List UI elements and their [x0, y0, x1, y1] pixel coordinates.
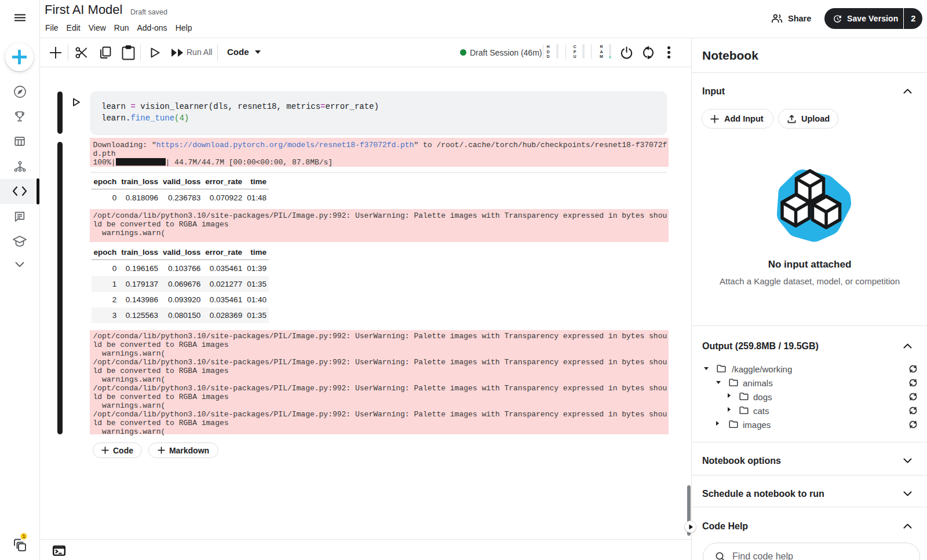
svg-text:1: 1: [23, 533, 25, 539]
